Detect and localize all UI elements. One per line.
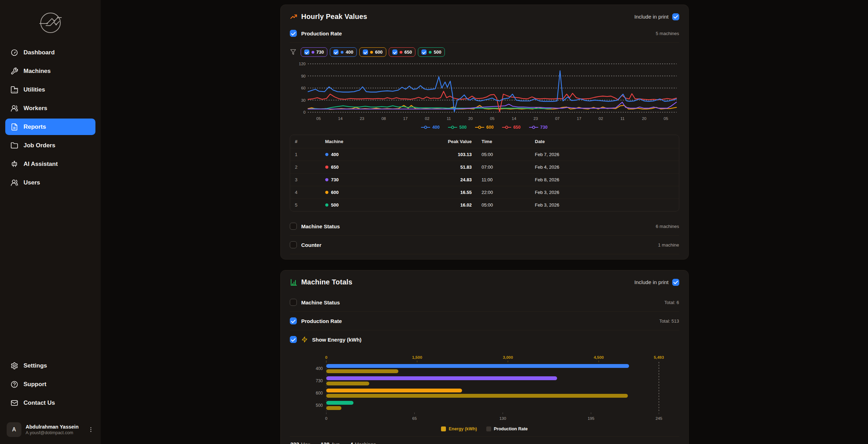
legend-item-600[interactable]: 600 <box>475 125 494 130</box>
legend-swatch <box>486 426 491 431</box>
table-header-row: #MachinePeak ValueTimeDate <box>290 135 679 148</box>
sidebar-item-settings[interactable]: Settings <box>5 357 95 374</box>
sidebar-item-dashboard[interactable]: Dashboard <box>5 44 95 61</box>
svg-text:4,500: 4,500 <box>594 355 604 359</box>
card-title: Machine Totals <box>301 278 353 286</box>
cell-date: Feb 8, 2026 <box>532 174 679 186</box>
kebab-menu-icon[interactable] <box>88 426 94 433</box>
counter-checkbox[interactable] <box>290 241 297 248</box>
sidebar-nav: DashboardMachinesUtilitiesWorkersReports… <box>0 44 101 191</box>
totals-stats: 223Max128Avg4Machines <box>290 436 679 444</box>
hourly-peak-values-card: Hourly Peak Values Include in print Prod… <box>280 5 689 260</box>
legend-item-production-rate[interactable]: Production Rate <box>486 426 528 431</box>
legend-item-500[interactable]: 500 <box>448 125 467 130</box>
chip-checkbox[interactable] <box>392 49 398 55</box>
sidebar-item-job-orders[interactable]: Job Orders <box>5 137 95 154</box>
user-profile[interactable]: A Abdulrahman Yassein A.yousf@dotimpact.… <box>5 420 95 439</box>
sidebar-item-ai-assistant[interactable]: AI Assistant <box>5 156 95 172</box>
cell-date: Feb 3, 2026 <box>532 186 679 199</box>
sidebar-item-label: AI Assistant <box>24 161 58 168</box>
chip-checkbox[interactable] <box>363 49 368 55</box>
svg-text:20: 20 <box>468 116 473 121</box>
svg-text:500: 500 <box>315 403 322 408</box>
include-in-print-label: Include in print <box>634 279 669 285</box>
svg-text:245: 245 <box>655 416 662 421</box>
svg-text:195: 195 <box>587 416 594 421</box>
cell-machine: 600 <box>322 186 433 199</box>
col-header-peak: Peak Value <box>433 135 475 148</box>
sidebar-item-label: Support <box>24 381 46 388</box>
legend-item-400[interactable]: 400 <box>421 125 440 130</box>
show-energy-label: Show Energy (kWh) <box>312 337 362 343</box>
svg-text:30: 30 <box>301 98 306 102</box>
user-name: Abdulrahman Yassein <box>26 424 79 430</box>
svg-text:600: 600 <box>315 391 322 396</box>
machine-chip-650[interactable]: 650 <box>389 47 416 57</box>
sidebar-item-contact-us[interactable]: Contact Us <box>5 395 95 411</box>
stat-value: 4 <box>350 441 353 444</box>
cell-peak-value: 16.02 <box>433 199 475 211</box>
machine-chip-500[interactable]: 500 <box>418 47 445 57</box>
machine-chip-400[interactable]: 400 <box>330 47 357 57</box>
production-rate-checkbox[interactable] <box>290 30 297 37</box>
col-header-date: Date <box>532 135 679 148</box>
production-rate-checkbox[interactable] <box>290 317 297 324</box>
sidebar-item-users[interactable]: Users <box>5 174 95 191</box>
sidebar-footer-nav: SettingsSupportContact Us <box>0 357 101 411</box>
bot-icon <box>11 160 18 168</box>
table-row: 373024.8311:00Feb 8, 2026 <box>290 174 679 186</box>
legend-label: Energy (kWh) <box>449 426 477 431</box>
svg-text:23: 23 <box>533 116 538 121</box>
machine-color-dot <box>325 153 328 156</box>
sidebar-item-utilities[interactable]: Utilities <box>5 81 95 98</box>
svg-text:130: 130 <box>499 416 506 421</box>
svg-text:60: 60 <box>301 86 306 90</box>
sidebar-item-support[interactable]: Support <box>5 376 95 392</box>
chip-label: 730 <box>316 49 324 55</box>
legend-marker-icon <box>529 126 538 129</box>
sidebar-item-workers[interactable]: Workers <box>5 100 95 116</box>
wrench-icon <box>11 67 18 75</box>
cell-num: 5 <box>290 199 322 211</box>
include-in-print[interactable]: Include in print <box>634 13 679 20</box>
chip-checkbox[interactable] <box>304 49 309 55</box>
cell-time: 05:00 <box>475 148 532 161</box>
sidebar-item-label: Job Orders <box>24 142 55 149</box>
include-in-print-checkbox[interactable] <box>672 13 679 20</box>
include-in-print[interactable]: Include in print <box>634 279 679 286</box>
machine-chip-600[interactable]: 600 <box>359 47 386 57</box>
sidebar-item-machines[interactable]: Machines <box>5 63 95 79</box>
show-energy-checkbox[interactable] <box>290 336 297 343</box>
include-in-print-label: Include in print <box>634 14 669 20</box>
col-header-machine: Machine <box>322 135 433 148</box>
sidebar-item-reports[interactable]: Reports <box>5 119 95 135</box>
machine-color-dot <box>312 51 314 54</box>
users-icon <box>11 105 18 112</box>
bar-chart-legend: Energy (kWh)Production Rate <box>290 426 679 431</box>
stat-machines: 4Machines <box>350 441 376 444</box>
users-icon <box>11 179 18 187</box>
app-logo[interactable] <box>0 6 101 44</box>
legend-item-730[interactable]: 730 <box>529 125 548 130</box>
chip-checkbox[interactable] <box>333 49 339 55</box>
svg-text:0: 0 <box>325 355 327 359</box>
production-bar-600 <box>326 389 462 392</box>
production-rate-label: Production Rate <box>301 318 342 324</box>
machine-status-label: Machine Status <box>301 300 340 305</box>
stat-label: Machines <box>355 442 376 444</box>
machine-status-checkbox[interactable] <box>290 223 297 230</box>
machine-color-dot <box>325 191 328 194</box>
chip-checkbox[interactable] <box>421 49 427 55</box>
counter-label: Counter <box>301 242 322 248</box>
avatar: A <box>7 422 21 437</box>
chip-label: 500 <box>434 49 441 55</box>
machine-status-checkbox[interactable] <box>290 299 297 306</box>
legend-item-energy-kwh-[interactable]: Energy (kWh) <box>441 426 477 431</box>
gauge-icon <box>11 49 18 56</box>
legend-label: 650 <box>513 125 521 130</box>
legend-item-650[interactable]: 650 <box>502 125 521 130</box>
svg-text:65: 65 <box>412 416 417 421</box>
machine-chip-730[interactable]: 730 <box>301 47 328 57</box>
file-text-icon <box>11 123 18 131</box>
include-in-print-checkbox[interactable] <box>672 279 679 286</box>
